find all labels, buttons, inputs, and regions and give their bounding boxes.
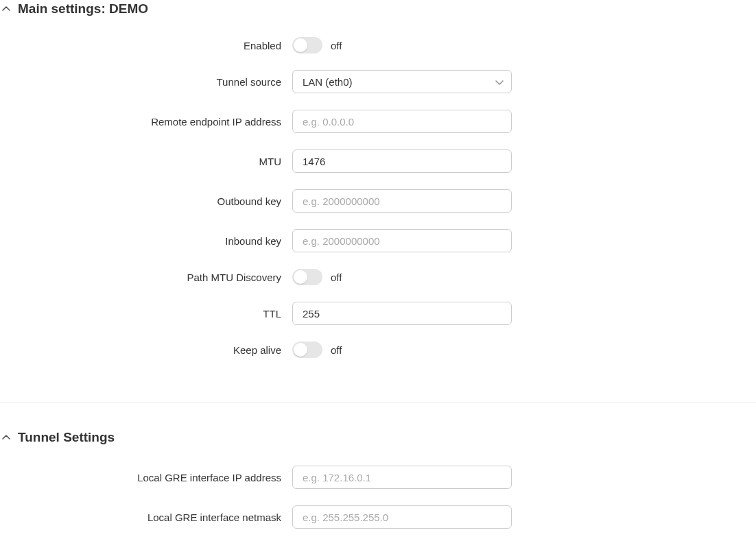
input-mtu[interactable] (292, 149, 512, 173)
row-pmtu: Path MTU Discovery off (0, 269, 756, 285)
toggle-pmtu[interactable] (292, 269, 322, 285)
select-tunnel-source[interactable] (292, 70, 512, 93)
input-inbound-key[interactable] (292, 229, 512, 252)
input-local-gre-netmask[interactable] (292, 505, 512, 529)
toggle-pmtu-state: off (331, 272, 342, 283)
row-remote-endpoint: Remote endpoint IP address (0, 110, 756, 133)
input-local-gre-ip[interactable] (292, 466, 512, 489)
label-local-gre-netmask: Local GRE interface netmask (0, 512, 292, 523)
row-mtu: MTU (0, 149, 756, 173)
label-tunnel-source: Tunnel source (0, 76, 292, 88)
label-pmtu: Path MTU Discovery (0, 272, 292, 283)
input-outbound-key[interactable] (292, 189, 512, 213)
row-local-gre-ip: Local GRE interface IP address (0, 466, 756, 489)
row-enabled: Enabled off (0, 37, 756, 53)
row-outbound-key: Outbound key (0, 189, 756, 213)
label-local-gre-ip: Local GRE interface IP address (0, 472, 292, 483)
label-mtu: MTU (0, 156, 292, 167)
main-settings-title: Main settings: DEMO (18, 1, 148, 16)
row-inbound-key: Inbound key (0, 229, 756, 252)
label-keepalive: Keep alive (0, 344, 292, 356)
tunnel-settings-title: Tunnel Settings (18, 430, 115, 445)
select-tunnel-source-value[interactable] (292, 70, 512, 93)
row-tunnel-source: Tunnel source (0, 70, 756, 93)
label-inbound-key: Inbound key (0, 235, 292, 247)
input-ttl[interactable] (292, 302, 512, 325)
toggle-enabled-state: off (331, 40, 342, 51)
toggle-keepalive-state: off (331, 344, 342, 356)
chevron-up-icon (1, 433, 11, 442)
main-settings-header[interactable]: Main settings: DEMO (0, 1, 756, 37)
toggle-enabled[interactable] (292, 37, 322, 53)
label-remote-endpoint: Remote endpoint IP address (0, 116, 292, 128)
input-remote-endpoint[interactable] (292, 110, 512, 133)
tunnel-settings-section: Tunnel Settings Local GRE interface IP a… (0, 403, 756, 552)
tunnel-settings-header[interactable]: Tunnel Settings (0, 430, 756, 466)
main-settings-section: Main settings: DEMO Enabled off Tunnel s… (0, 0, 756, 402)
row-keepalive: Keep alive off (0, 341, 756, 358)
row-local-gre-netmask: Local GRE interface netmask (0, 505, 756, 529)
label-outbound-key: Outbound key (0, 195, 292, 207)
label-enabled: Enabled (0, 40, 292, 51)
label-ttl: TTL (0, 308, 292, 320)
toggle-keepalive[interactable] (292, 341, 322, 358)
chevron-up-icon (1, 4, 11, 14)
row-ttl: TTL (0, 302, 756, 325)
